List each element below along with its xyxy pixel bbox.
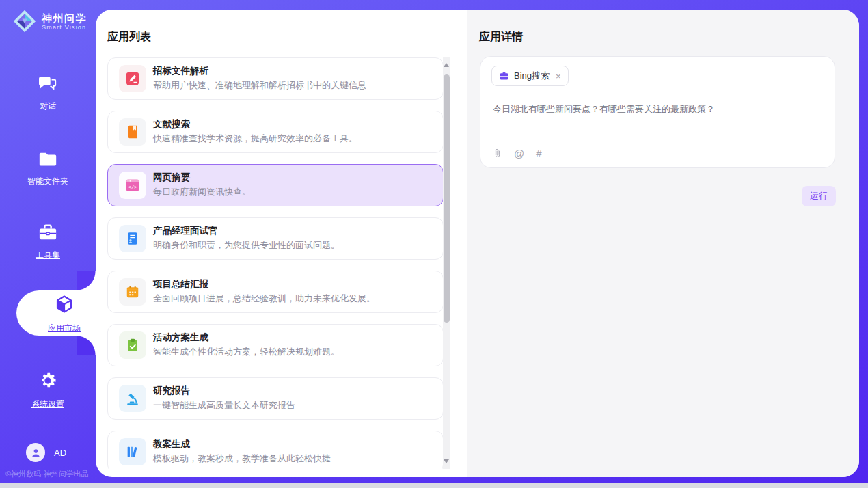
close-icon[interactable]: ×	[556, 71, 561, 81]
app-card-lesson-plan[interactable]: 教案生成 模板驱动，教案秒成，教学准备从此轻松快捷	[107, 431, 444, 469]
app-desc: 智能生成个性化活动方案，轻松解决规划难题。	[153, 346, 340, 358]
mention-icon[interactable]: @	[514, 148, 524, 159]
microscope-icon	[125, 391, 140, 406]
app-card-literature-search[interactable]: 文献搜索 快速精准查找学术资源，提高研究效率的必备工具。	[107, 111, 444, 153]
book-icon	[125, 124, 140, 139]
app-name: 产品经理面试官	[153, 225, 218, 237]
sidebar-item-label: 对话	[0, 100, 96, 112]
sidebar-item-label: 工具集	[0, 249, 96, 261]
app-desc: 帮助用户快速、准确地理解和解析招标书中的关键信息	[153, 79, 366, 92]
composer-toolbar: @ #	[493, 147, 542, 159]
app-card-pm-interviewer[interactable]: 产品经理面试官 明确身份和职责，为您提供专业性的面试问题。	[107, 217, 444, 260]
app-desc: 每日政府新闻资讯快查。	[153, 186, 251, 198]
app-list: 招标文件解析 帮助用户快速、准确地理解和解析招标书中的关键信息 文献搜索 快速精…	[107, 57, 444, 469]
sidebar-item-label: 系统设置	[0, 398, 96, 410]
bottom-edge	[0, 483, 868, 488]
diamond-logo-icon	[12, 9, 37, 33]
toolbox-icon	[38, 223, 58, 242]
app-name: 项目总结汇报	[153, 278, 208, 290]
folder-icon	[38, 150, 58, 168]
paperclip-icon[interactable]	[493, 147, 502, 159]
tool-tag-bing-search: Bing搜索 ×	[491, 66, 569, 86]
hash-icon[interactable]: #	[536, 148, 541, 159]
app-list-scrollbar[interactable]	[443, 57, 450, 469]
sidebar-item-toolset[interactable]: 工具集	[0, 223, 96, 261]
app-name: 文献搜索	[153, 118, 190, 131]
cube-icon	[53, 293, 75, 315]
app-desc: 快速精准查找学术资源，提高研究效率的必备工具。	[153, 133, 357, 145]
app-card-webpage-summary[interactable]: </> 网页摘要 每日政府新闻资讯快查。	[107, 164, 444, 206]
app-name: 活动方案生成	[153, 331, 208, 344]
books-icon	[125, 444, 140, 459]
main-container: 应用列表 招标文件解析 帮助用户快速、准确地理解和解析招标书中的关键信息	[96, 10, 859, 477]
webpage-code-icon: </>	[124, 177, 141, 193]
brand-logo: 神州问学 Smart Vision	[12, 9, 87, 33]
copyright: ©神州数码·神州问学出品	[5, 469, 89, 479]
person-icon	[30, 447, 42, 459]
sidebar-item-label: 智能文件夹	[0, 176, 96, 187]
edit-document-icon	[124, 70, 141, 87]
app-window: 神州问学 Smart Vision 对话 智能文件夹	[0, 0, 868, 488]
app-desc: 明确身份和职责，为您提供专业性的面试问题。	[153, 239, 340, 252]
sidebar-item-app-market[interactable]: 应用市场	[16, 290, 96, 336]
svg-text:</>: </>	[128, 185, 137, 190]
tool-tag-label: Bing搜索	[514, 70, 550, 82]
app-name: 教案生成	[153, 438, 190, 450]
brand-subtitle: Smart Vision	[42, 24, 87, 31]
sidebar-item-settings[interactable]: 系统设置	[0, 370, 96, 410]
app-desc: 模板驱动，教案秒成，教学准备从此轻松快捷	[153, 452, 331, 465]
scroll-down-icon[interactable]	[444, 459, 449, 463]
briefcase-icon	[499, 71, 509, 81]
user-account[interactable]: AD	[26, 443, 66, 462]
app-detail-panel: 应用详情 Bing搜索 × 今日湖北有哪些新闻要点？有哪些需要关注的最新政策？ …	[467, 10, 859, 477]
sidebar: 神州问学 Smart Vision 对话 智能文件夹	[0, 0, 96, 488]
sidebar-item-chat[interactable]: 对话	[0, 75, 96, 112]
scrollbar-thumb[interactable]	[444, 74, 450, 323]
app-name: 招标文件解析	[153, 65, 208, 77]
query-text[interactable]: 今日湖北有哪些新闻要点？有哪些需要关注的最新政策？	[493, 103, 821, 116]
scroll-up-icon[interactable]	[444, 63, 449, 67]
app-list-title: 应用列表	[107, 30, 151, 44]
brand-name: 神州问学	[42, 12, 87, 24]
sidebar-item-smart-folder[interactable]: 智能文件夹	[0, 150, 96, 187]
app-card-event-plan[interactable]: 活动方案生成 智能生成个性化活动方案，轻松解决规划难题。	[107, 324, 444, 366]
prompt-composer: Bing搜索 × 今日湖北有哪些新闻要点？有哪些需要关注的最新政策？ @ #	[480, 56, 835, 168]
app-desc: 一键智能生成高质量长文本研究报告	[153, 399, 295, 411]
app-card-bid-parse[interactable]: 招标文件解析 帮助用户快速、准确地理解和解析招标书中的关键信息	[107, 57, 444, 100]
app-card-project-summary[interactable]: 项目总结汇报 全面回顾项目进展，总结经验教训，助力未来优化发展。	[107, 271, 444, 313]
chat-icon	[38, 75, 58, 93]
run-button[interactable]: 运行	[802, 186, 836, 206]
avatar	[26, 443, 45, 462]
brand-text: 神州问学 Smart Vision	[42, 12, 87, 31]
app-detail-title: 应用详情	[479, 30, 523, 44]
calendar-icon	[125, 284, 140, 299]
app-desc: 全面回顾项目进展，总结经验教训，助力未来优化发展。	[153, 293, 375, 305]
app-card-research-report[interactable]: 研究报告 一键智能生成高质量长文本研究报告	[107, 377, 444, 420]
gear-icon	[38, 370, 58, 391]
app-name: 研究报告	[153, 385, 190, 397]
app-list-panel: 应用列表 招标文件解析 帮助用户快速、准确地理解和解析招标书中的关键信息	[96, 10, 467, 477]
resume-document-icon	[125, 231, 140, 246]
clipboard-check-icon	[125, 338, 140, 353]
app-name: 网页摘要	[153, 172, 190, 184]
user-name: AD	[54, 448, 66, 458]
